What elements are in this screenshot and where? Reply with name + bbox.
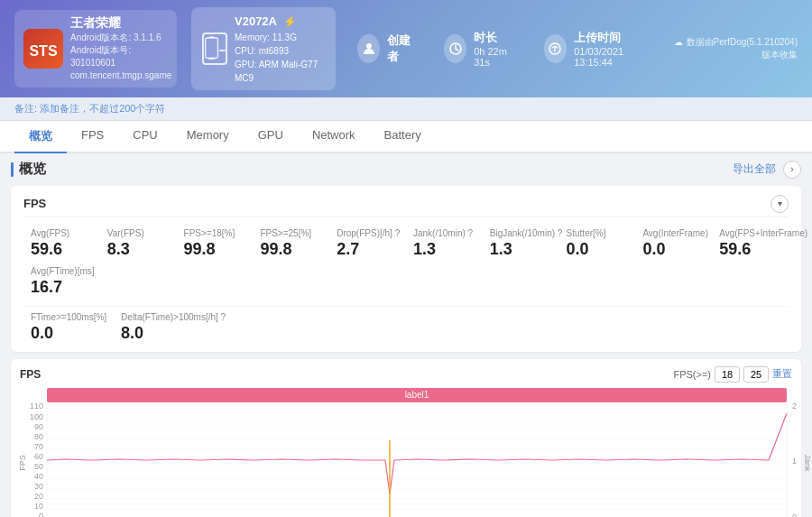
- nav-tab-Memory[interactable]: Memory: [172, 121, 244, 153]
- game-android-version: Android版本名: 3.1.1.6: [70, 32, 171, 44]
- app-header: STS 王者荣耀 Android版本名: 3.1.1.6 Android版本号:…: [0, 0, 812, 97]
- game-package: com.tencent.tmgp.sgame: [70, 69, 171, 82]
- collapse-button[interactable]: ›: [783, 161, 801, 179]
- chart-header: FPS FPS(>=) 重置: [20, 366, 792, 383]
- fps-stat-label: FPS>=18[%]: [184, 228, 246, 238]
- fps-stat-item: Avg(FPS+InterFrame)59.6: [712, 225, 789, 263]
- svg-rect-2: [206, 38, 218, 58]
- svg-text:90: 90: [34, 422, 43, 431]
- svg-text:Jank: Jank: [803, 454, 810, 472]
- fps-stat-value: 99.8: [184, 240, 246, 259]
- svg-rect-4: [208, 58, 215, 60]
- fps-stat-item: Jank(/10min) ?1.3: [406, 225, 483, 263]
- svg-text:60: 60: [34, 452, 43, 461]
- fps-stat-label: Stutter[%]: [567, 228, 629, 238]
- fps-stat-value: 0.0: [642, 240, 705, 259]
- data-source: ☁数据由PerfDog(5.1.210204)版本收集: [669, 36, 798, 61]
- fps-stat-value: 59.6: [31, 240, 93, 259]
- duration-stat: 时长 0h 22m 31s: [437, 26, 522, 71]
- section-title: 概览: [11, 161, 46, 178]
- fps-stat-item: Drop(FPS)[/h] ?2.7: [329, 225, 406, 263]
- fps-stat-value: 99.8: [260, 240, 322, 259]
- nav-tab-Battery[interactable]: Battery: [370, 121, 436, 153]
- reset-button[interactable]: 重置: [772, 367, 792, 381]
- fps-stat-label: Avg(FPS): [31, 228, 93, 238]
- svg-text:80: 80: [34, 432, 43, 441]
- svg-text:STS: STS: [29, 43, 57, 59]
- fps-stat-label: Avg(FPS+InterFrame): [719, 228, 781, 238]
- fps-stat-item: Avg(InterFrame)0.0: [635, 225, 712, 263]
- duration-value: 0h 22m 31s: [474, 46, 514, 68]
- fps-stat2-value: 0.0: [31, 324, 106, 343]
- svg-text:FPS: FPS: [20, 455, 27, 471]
- chart-title: FPS: [20, 368, 41, 381]
- svg-text:70: 70: [34, 442, 43, 451]
- export-button[interactable]: 导出全部: [733, 162, 776, 177]
- fps-stats-grid: Avg(FPS)59.6Var(FPS)8.3FPS>=18[%]99.8FPS…: [23, 225, 789, 300]
- note-link[interactable]: 添加备注，不超过200个字符: [40, 103, 165, 114]
- svg-rect-10: [47, 404, 787, 518]
- fps-stat-value: 1.3: [490, 240, 552, 259]
- fps-input-2[interactable]: [743, 366, 769, 383]
- fps-stat-value: 1.3: [413, 240, 475, 259]
- upload-text: 上传时间 01/03/2021 13:15:44: [574, 30, 646, 68]
- svg-text:label1: label1: [405, 390, 429, 400]
- fps-stat2-label: Delta(FTime)>100ms[/h] ?: [121, 312, 226, 322]
- fps-input-1[interactable]: [715, 366, 740, 383]
- nav-tab-FPS[interactable]: FPS: [67, 121, 118, 153]
- fps-stat-value: 0.0: [567, 240, 629, 259]
- svg-text:100: 100: [30, 412, 43, 421]
- fps-collapse-button[interactable]: ▾: [770, 195, 789, 213]
- fps-stat-item: Avg(FTime)[ms]16.7: [23, 263, 789, 300]
- device-text: V2072A ⚡ Memory: 11.3G CPU: mt6893 GPU: …: [235, 13, 325, 85]
- svg-text:30: 30: [34, 482, 43, 491]
- upload-label: 上传时间: [574, 30, 646, 46]
- fps-stat-label: FPS>=25[%]: [260, 228, 322, 238]
- fps-stat-item: Stutter[%]0.0: [559, 225, 636, 263]
- fps-stat-item: FPS>=25[%]99.8: [253, 225, 329, 263]
- device-memory: Memory: 11.3G: [235, 31, 325, 44]
- fps-stat2-value: 8.0: [121, 324, 226, 343]
- nav-tab-CPU[interactable]: CPU: [118, 121, 171, 153]
- upload-value: 01/03/2021 13:15:44: [574, 46, 646, 68]
- svg-point-5: [366, 43, 372, 49]
- fps-stat-item: FPS>=18[%]99.8: [177, 225, 254, 263]
- svg-text:1: 1: [792, 457, 797, 466]
- fps-stat-label: Jank(/10min) ?: [413, 228, 475, 238]
- svg-text:50: 50: [34, 462, 43, 471]
- fps-stat2-label: FTime>=100ms[%]: [31, 312, 106, 322]
- game-info: STS 王者荣耀 Android版本名: 3.1.1.6 Android版本号:…: [14, 10, 177, 88]
- game-text: 王者荣耀 Android版本名: 3.1.1.6 Android版本号: 301…: [70, 15, 171, 82]
- fps-stat-item: Var(FPS)8.3: [100, 225, 177, 263]
- device-cpu: CPU: mt6893: [235, 44, 325, 58]
- nav-tab-Network[interactable]: Network: [298, 121, 370, 153]
- section-header: 概览 导出全部 ›: [11, 161, 801, 179]
- fps-ge-label: FPS(>=): [673, 369, 711, 380]
- device-info: V2072A ⚡ Memory: 11.3G CPU: mt6893 GPU: …: [191, 7, 336, 90]
- nav-tab-概览[interactable]: 概览: [14, 121, 67, 153]
- fps-stat-value: 2.7: [337, 240, 399, 259]
- svg-text:110: 110: [30, 402, 43, 411]
- fps-stats-row2: FTime>=100ms[%]0.0Delta(FTime)>100ms[/h]…: [23, 306, 789, 343]
- note-prefix: 备注:: [14, 103, 37, 114]
- upload-icon: [544, 34, 567, 63]
- fps-controls: FPS(>=) 重置: [673, 366, 792, 383]
- fps-stat-item: Avg(FPS)59.6: [23, 225, 100, 263]
- fps-stat-value: 59.6: [719, 240, 781, 259]
- svg-text:0: 0: [39, 512, 43, 518]
- nav-tab-GPU[interactable]: GPU: [244, 121, 298, 153]
- fps-stat2-item: Delta(FTime)>100ms[/h] ?8.0: [114, 312, 233, 343]
- game-title: 王者荣耀: [70, 15, 171, 32]
- fps-stat2-item: FTime>=100ms[%]0.0: [23, 312, 114, 343]
- svg-text:0: 0: [792, 512, 797, 518]
- device-gpu: GPU: ARM Mali-G77 MC9: [235, 58, 325, 85]
- creator-text: 创建者: [387, 32, 415, 65]
- note-bar: 备注: 添加备注，不超过200个字符: [0, 97, 812, 121]
- fps-stat-value: 8.3: [107, 240, 170, 259]
- game-icon: STS: [23, 29, 63, 69]
- svg-text:40: 40: [34, 472, 43, 481]
- fps-stat-label: Avg(InterFrame): [642, 228, 705, 238]
- nav-tabs: 概览FPSCPUMemoryGPUNetworkBattery: [0, 121, 812, 153]
- svg-text:20: 20: [34, 492, 43, 501]
- device-icon: [202, 32, 227, 65]
